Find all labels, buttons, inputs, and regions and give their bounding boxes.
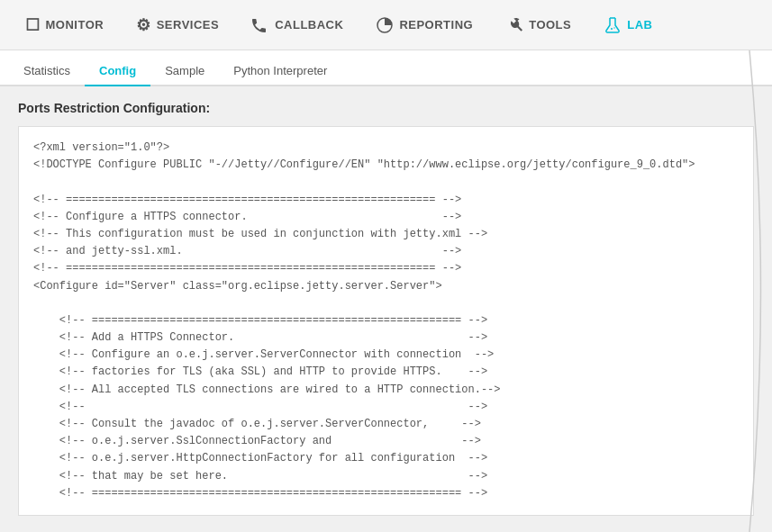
lab-icon [604, 15, 622, 33]
nav-callback-label: CALLBACK [275, 18, 343, 32]
nav-bar: ☐ MONITOR ⚙ SERVICES CALLBACK REPORTING [0, 0, 772, 50]
nav-tools[interactable]: TOOLS [489, 0, 587, 50]
code-block[interactable]: <?xml version="1.0"?> <!DOCTYPE Configur… [18, 126, 754, 516]
page-wrapper: ☐ MONITOR ⚙ SERVICES CALLBACK REPORTING [0, 0, 772, 532]
tab-python-interpreter[interactable]: Python Interpreter [219, 57, 341, 86]
nav-reporting[interactable]: REPORTING [359, 0, 489, 50]
monitor-icon: ☐ [25, 17, 41, 33]
nav-callback[interactable]: CALLBACK [235, 0, 359, 50]
content-area: Ports Restriction Configuration: <?xml v… [0, 86, 772, 532]
nav-lab-label: LAB [627, 18, 652, 32]
svg-point-2 [614, 27, 615, 28]
tools-icon [505, 15, 523, 33]
reporting-icon [376, 15, 394, 33]
services-icon: ⚙ [136, 17, 151, 33]
svg-point-1 [611, 28, 613, 30]
tab-config[interactable]: Config [85, 57, 150, 86]
nav-monitor-label: MONITOR [46, 18, 104, 32]
tab-statistics[interactable]: Statistics [9, 57, 85, 86]
nav-lab[interactable]: LAB [587, 0, 668, 50]
nav-services-label: SERVICES [157, 18, 220, 32]
tab-sample[interactable]: Sample [150, 57, 219, 86]
nav-reporting-label: REPORTING [399, 18, 473, 32]
nav-monitor[interactable]: ☐ MONITOR [9, 0, 120, 50]
nav-services[interactable]: ⚙ SERVICES [120, 0, 235, 50]
tab-bar: Statistics Config Sample Python Interpre… [0, 50, 772, 86]
nav-tools-label: TOOLS [529, 18, 571, 32]
section-title: Ports Restriction Configuration: [18, 101, 754, 115]
callback-icon [251, 15, 269, 33]
